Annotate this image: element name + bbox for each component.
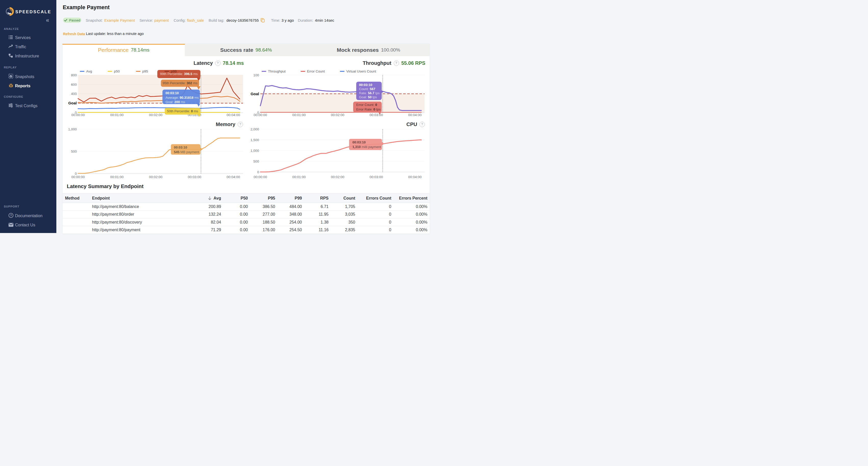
svg-text:800: 800 xyxy=(71,73,77,77)
svg-text:00:01:00: 00:01:00 xyxy=(292,175,306,179)
svg-text:00:01:00: 00:01:00 xyxy=(292,113,306,117)
svg-text:00:04:00: 00:04:00 xyxy=(227,113,240,117)
svg-text:1,000: 1,000 xyxy=(68,127,77,131)
svg-text:00:02:00: 00:02:00 xyxy=(149,113,162,117)
svg-text:2,000: 2,000 xyxy=(250,127,259,131)
svg-text:00:03:00: 00:03:00 xyxy=(188,175,201,179)
svg-text:00:04:00: 00:04:00 xyxy=(408,175,422,179)
svg-text:500: 500 xyxy=(71,150,77,153)
svg-text:00:04:00: 00:04:00 xyxy=(408,113,422,117)
svg-text:00:00:00: 00:00:00 xyxy=(254,113,267,117)
svg-text:p50: p50 xyxy=(114,69,120,73)
svg-text:00:01:00: 00:01:00 xyxy=(110,175,124,179)
svg-text:00:00:00: 00:00:00 xyxy=(71,175,85,179)
svg-text:?: ? xyxy=(10,214,12,217)
svg-text:600: 600 xyxy=(71,83,77,87)
svg-text:p99: p99 xyxy=(171,69,177,73)
svg-text:00:02:00: 00:02:00 xyxy=(331,113,344,117)
svg-text:00:03:00: 00:03:00 xyxy=(370,175,383,179)
svg-text:1,000: 1,000 xyxy=(250,149,259,153)
svg-text:00:00:00: 00:00:00 xyxy=(71,113,85,117)
svg-text:Error Count: Error Count xyxy=(307,69,325,73)
svg-text:00:04:00: 00:04:00 xyxy=(227,175,240,179)
svg-text:Goal: Goal xyxy=(251,92,259,96)
svg-text:Goal: Goal xyxy=(68,101,77,105)
svg-text:p95: p95 xyxy=(142,69,148,73)
svg-text:Virtual Users Count: Virtual Users Count xyxy=(346,69,376,73)
svg-text:00:02:00: 00:02:00 xyxy=(149,175,162,179)
svg-text:Avg: Avg xyxy=(86,69,92,73)
svg-text:100: 100 xyxy=(253,73,259,77)
svg-text:00:00:00: 00:00:00 xyxy=(254,175,267,179)
svg-text:00:02:00: 00:02:00 xyxy=(331,175,344,179)
svg-text:400: 400 xyxy=(71,92,77,96)
svg-text:500: 500 xyxy=(253,159,259,163)
svg-text:00:01:00: 00:01:00 xyxy=(110,113,124,117)
svg-text:Throughput: Throughput xyxy=(268,69,286,73)
svg-text:0: 0 xyxy=(257,170,259,174)
svg-text:1,500: 1,500 xyxy=(250,138,259,142)
